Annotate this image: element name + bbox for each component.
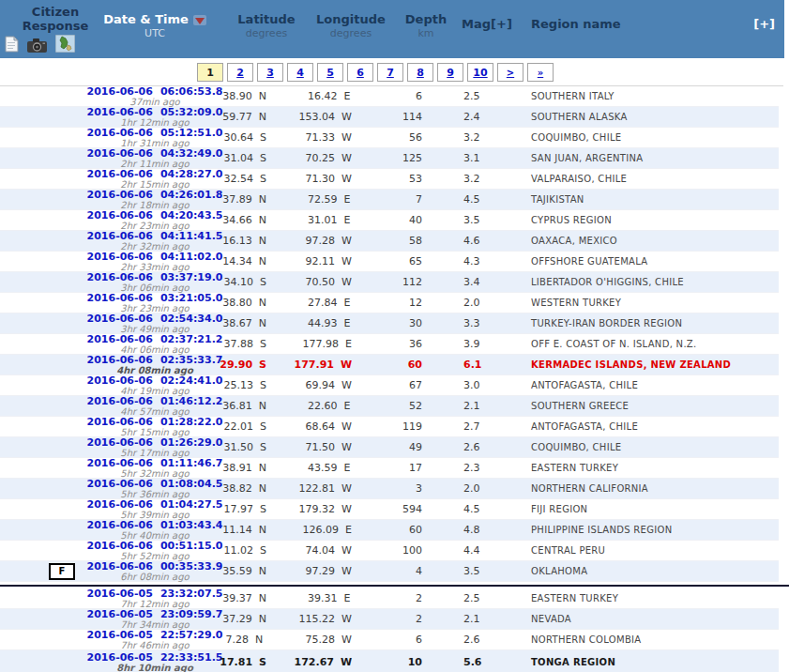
region-name: OAXACA, MEXICO xyxy=(516,236,779,246)
event-time: 01:26:29.0 xyxy=(160,436,223,449)
event-date: 2016-06-06 xyxy=(87,251,153,263)
event-datetime-cell: 2016-06-0605:12:51.0 1hr 31min ago xyxy=(84,128,225,148)
column-header-region[interactable]: Region name xyxy=(531,17,621,32)
event-date: 2016-06-05 xyxy=(87,629,153,641)
earthquake-row: 2016-06-0604:20:43.5 2hr 23min ago 34.66… xyxy=(0,210,779,231)
longitude-cell: 172.67W xyxy=(308,656,394,668)
event-datetime-link[interactable]: 2016-06-0605:32:09.0 xyxy=(84,107,225,117)
event-datetime-cell: 2016-06-0602:24:41.0 4hr 19min ago xyxy=(84,375,225,396)
column-header-depth[interactable]: Depth km xyxy=(394,12,458,40)
event-datetime-link[interactable]: 2016-06-0604:28:27.0 xyxy=(84,169,225,179)
column-header-longitude[interactable]: Longitude degrees xyxy=(308,12,394,40)
page-link-3[interactable]: 3 xyxy=(257,63,283,82)
event-datetime-link[interactable]: 2016-06-0601:03:43.4 xyxy=(84,520,225,530)
longitude-value: 72.59 xyxy=(308,193,338,206)
event-date: 2016-06-06 xyxy=(87,189,153,201)
event-datetime-link[interactable]: 2016-06-0601:11:46.7 xyxy=(84,458,225,468)
latitude-value: 37.88 xyxy=(224,338,254,350)
page-link-7[interactable]: 7 xyxy=(377,63,403,82)
earthquake-row: 2016-06-0601:28:22.0 5hr 15min ago 22.01… xyxy=(0,417,779,437)
depth-value: 30 xyxy=(394,317,458,329)
depth-value: 100 xyxy=(394,544,458,557)
felt-report-badge[interactable]: F xyxy=(49,563,75,580)
latitude-hemisphere: N xyxy=(259,90,266,102)
event-time: 02:37:21.2 xyxy=(160,333,223,345)
latitude-value: 11.02 xyxy=(224,544,254,557)
longitude-cell: 44.93E xyxy=(308,317,394,329)
depth-value: 6 xyxy=(394,90,458,102)
event-datetime-link[interactable]: 2016-06-0523:32:07.5 xyxy=(84,588,225,599)
expand-columns-button[interactable]: [+] xyxy=(753,17,775,31)
latitude-value: 32.54 xyxy=(224,173,254,185)
event-datetime-link[interactable]: 2016-06-0604:32:49.0 xyxy=(84,148,225,159)
event-datetime-link[interactable]: 2016-06-0606:06:53.8 xyxy=(84,86,225,97)
column-header-magnitude[interactable]: Mag[+] xyxy=(458,17,516,32)
event-datetime-link[interactable]: 2016-06-0601:46:12.2 xyxy=(84,396,225,406)
earthquake-row: 2016-06-0601:08:04.5 5hr 36min ago 38.82… xyxy=(0,479,779,499)
event-datetime-link[interactable]: 2016-06-0522:57:29.0 xyxy=(84,630,225,640)
event-datetime-cell: 2016-06-0602:37:21.2 4hr 06min ago xyxy=(84,334,225,355)
event-datetime-link[interactable]: 2016-06-0604:26:01.8 xyxy=(84,190,225,200)
page-next-button[interactable]: > xyxy=(497,63,523,82)
region-name: COQUIMBO, CHILE xyxy=(516,132,779,143)
event-datetime-link[interactable]: 2016-06-0600:51:15.0 xyxy=(84,541,225,551)
depth-header-label: Depth xyxy=(394,12,458,27)
magnitude-value: 6.1 xyxy=(458,359,516,371)
event-datetime-link[interactable]: 2016-06-0601:08:04.5 xyxy=(84,479,225,489)
latitude-cell: 38.82N xyxy=(225,482,308,495)
event-datetime-link[interactable]: 2016-06-0602:24:41.0 xyxy=(84,375,225,386)
event-time: 00:51:15.0 xyxy=(160,540,223,552)
page-link-9[interactable]: 9 xyxy=(437,63,463,82)
page-link-8[interactable]: 8 xyxy=(407,63,433,82)
report-document-icon[interactable] xyxy=(5,36,19,56)
latitude-value: 16.13 xyxy=(222,235,252,247)
longitude-value: 43.59 xyxy=(308,462,338,474)
longitude-value: 71.50 xyxy=(306,441,336,453)
page-link-4[interactable]: 4 xyxy=(287,63,313,82)
region-name: OFFSHORE GUATEMALA xyxy=(516,256,779,267)
earthquake-row: 2016-06-0600:51:15.0 5hr 52min ago 11.02… xyxy=(0,541,779,561)
event-datetime-link[interactable]: 2016-06-0604:11:02.0 xyxy=(84,252,225,262)
latitude-cell: 11.14N xyxy=(225,524,308,536)
event-datetime-cell: 2016-06-0601:28:22.0 5hr 15min ago xyxy=(84,417,225,437)
event-date: 2016-06-06 xyxy=(87,85,153,98)
depth-value: 58 xyxy=(394,235,458,247)
event-time: 01:08:04.5 xyxy=(160,478,223,490)
page-last-button[interactable]: » xyxy=(527,63,554,82)
event-datetime-link[interactable]: 2016-06-0522:33:51.5 xyxy=(84,652,225,663)
event-datetime-link[interactable]: 2016-06-0604:20:43.5 xyxy=(84,210,225,221)
event-time: 06:06:53.8 xyxy=(160,85,223,98)
event-datetime-link[interactable]: 2016-06-0604:11:41.5 xyxy=(84,231,225,241)
photo-camera-icon[interactable] xyxy=(27,38,47,56)
event-datetime-link[interactable]: 2016-06-0523:09:59.7 xyxy=(84,609,225,619)
event-datetime-link[interactable]: 2016-06-0601:26:29.0 xyxy=(84,437,225,448)
event-datetime-link[interactable]: 2016-06-0605:12:51.0 xyxy=(84,128,225,138)
column-header-latitude[interactable]: Latitude degrees xyxy=(225,12,308,40)
longitude-hemisphere: E xyxy=(344,214,353,226)
latitude-hemisphere: N xyxy=(259,482,266,495)
longitude-value: 122.81 xyxy=(299,482,336,495)
event-time: 01:04:27.5 xyxy=(160,498,223,511)
event-datetime-link[interactable]: 2016-06-0602:54:34.0 xyxy=(84,313,225,324)
event-datetime-link[interactable]: 2016-06-0603:21:05.0 xyxy=(84,293,225,303)
testimonies-map-icon[interactable] xyxy=(55,35,75,56)
event-time: 23:32:07.5 xyxy=(160,588,223,600)
event-date: 2016-06-06 xyxy=(87,498,153,511)
event-date: 2016-06-06 xyxy=(87,374,153,387)
column-header-datetime[interactable]: Date & Time UTC xyxy=(84,12,225,40)
longitude-cell: 97.29W xyxy=(308,565,394,577)
page-link-10[interactable]: 10 xyxy=(467,63,493,82)
region-name: ANTOFAGASTA, CHILE xyxy=(516,380,779,390)
event-datetime-link[interactable]: 2016-06-0600:35:33.9 xyxy=(84,561,225,572)
page-link-5[interactable]: 5 xyxy=(317,63,343,82)
region-name: EASTERN TURKEY xyxy=(516,593,779,603)
event-datetime-link[interactable]: 2016-06-0603:37:19.0 xyxy=(84,272,225,283)
page-link-2[interactable]: 2 xyxy=(227,63,253,82)
longitude-value: 172.67 xyxy=(295,656,334,668)
event-datetime-link[interactable]: 2016-06-0601:28:22.0 xyxy=(84,417,225,427)
event-datetime-link[interactable]: 2016-06-0602:35:33.7 xyxy=(84,355,225,365)
page-link-6[interactable]: 6 xyxy=(347,63,373,82)
event-datetime-link[interactable]: 2016-06-0602:37:21.2 xyxy=(84,334,225,344)
event-datetime-link[interactable]: 2016-06-0601:04:27.5 xyxy=(84,499,225,510)
latitude-hemisphere: N xyxy=(259,193,266,206)
